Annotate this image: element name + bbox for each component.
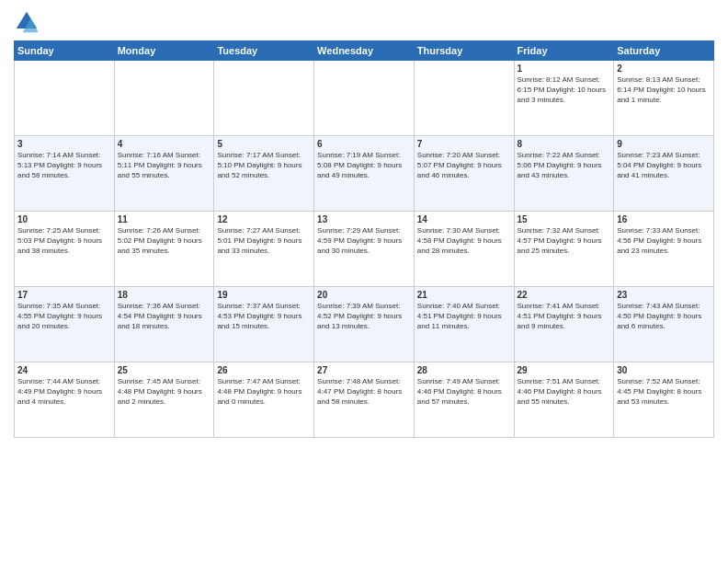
cell-info-22: Sunrise: 7:41 AM Sunset: 4:51 PM Dayligh… (518, 301, 611, 332)
cell-1-1: 4Sunrise: 7:16 AM Sunset: 5:11 PM Daylig… (114, 136, 214, 212)
cell-4-3: 27Sunrise: 7:48 AM Sunset: 4:47 PM Dayli… (314, 362, 415, 438)
weekday-wednesday: Wednesday (314, 41, 415, 61)
day-num-2: 2 (617, 63, 711, 74)
logo-icon (14, 9, 40, 35)
cell-2-1: 11Sunrise: 7:26 AM Sunset: 5:02 PM Dayli… (114, 212, 214, 287)
day-num-27: 27 (317, 365, 411, 375)
cell-info-9: Sunrise: 7:23 AM Sunset: 5:04 PM Dayligh… (617, 150, 711, 181)
day-num-21: 21 (417, 290, 511, 300)
cell-2-5: 15Sunrise: 7:32 AM Sunset: 4:57 PM Dayli… (514, 212, 614, 287)
weekday-friday: Friday (514, 41, 614, 61)
cell-info-14: Sunrise: 7:30 AM Sunset: 4:58 PM Dayligh… (417, 225, 511, 257)
cell-info-28: Sunrise: 7:49 AM Sunset: 4:46 PM Dayligh… (417, 376, 511, 408)
cell-0-6: 2Sunrise: 8:13 AM Sunset: 6:14 PM Daylig… (614, 61, 714, 136)
day-num-28: 28 (417, 365, 511, 375)
day-num-26: 26 (217, 365, 311, 375)
cell-0-5: 1Sunrise: 8:12 AM Sunset: 6:15 PM Daylig… (514, 61, 614, 136)
cell-1-6: 9Sunrise: 7:23 AM Sunset: 5:04 PM Daylig… (614, 136, 714, 212)
cell-1-2: 5Sunrise: 7:17 AM Sunset: 5:10 PM Daylig… (214, 136, 314, 212)
cell-info-19: Sunrise: 7:37 AM Sunset: 4:53 PM Dayligh… (217, 301, 311, 332)
cell-info-17: Sunrise: 7:35 AM Sunset: 4:55 PM Dayligh… (17, 301, 111, 332)
cell-3-6: 23Sunrise: 7:43 AM Sunset: 4:50 PM Dayli… (614, 287, 714, 362)
day-num-1: 1 (518, 63, 611, 74)
cell-2-3: 13Sunrise: 7:29 AM Sunset: 4:59 PM Dayli… (314, 212, 415, 287)
day-num-24: 24 (17, 365, 111, 375)
weekday-thursday: Thursday (414, 41, 514, 61)
day-num-18: 18 (118, 290, 211, 300)
cell-4-1: 25Sunrise: 7:45 AM Sunset: 4:48 PM Dayli… (114, 362, 214, 438)
day-num-17: 17 (17, 290, 111, 300)
cell-4-5: 29Sunrise: 7:51 AM Sunset: 4:46 PM Dayli… (514, 362, 614, 438)
cell-info-30: Sunrise: 7:52 AM Sunset: 4:45 PM Dayligh… (617, 376, 711, 408)
cell-4-0: 24Sunrise: 7:44 AM Sunset: 4:49 PM Dayli… (15, 362, 115, 438)
cell-2-4: 14Sunrise: 7:30 AM Sunset: 4:58 PM Dayli… (414, 212, 514, 287)
cell-1-0: 3Sunrise: 7:14 AM Sunset: 5:13 PM Daylig… (15, 136, 115, 212)
cell-info-25: Sunrise: 7:45 AM Sunset: 4:48 PM Dayligh… (118, 376, 211, 408)
day-num-20: 20 (317, 290, 411, 300)
cell-info-20: Sunrise: 7:39 AM Sunset: 4:52 PM Dayligh… (317, 301, 411, 332)
day-num-6: 6 (317, 139, 411, 149)
day-num-11: 11 (118, 214, 211, 224)
weekday-sunday: Sunday (15, 41, 115, 61)
day-num-30: 30 (617, 365, 711, 375)
week-row-2: 3Sunrise: 7:14 AM Sunset: 5:13 PM Daylig… (15, 136, 714, 212)
day-num-19: 19 (217, 290, 311, 300)
cell-info-6: Sunrise: 7:19 AM Sunset: 5:08 PM Dayligh… (317, 150, 411, 181)
cell-0-3 (314, 61, 415, 136)
header (14, 9, 714, 35)
cell-info-11: Sunrise: 7:26 AM Sunset: 5:02 PM Dayligh… (118, 225, 211, 257)
day-num-23: 23 (617, 290, 711, 300)
cell-4-6: 30Sunrise: 7:52 AM Sunset: 4:45 PM Dayli… (614, 362, 714, 438)
day-num-29: 29 (518, 365, 611, 375)
calendar: SundayMondayTuesdayWednesdayThursdayFrid… (14, 40, 714, 438)
day-num-7: 7 (417, 139, 511, 149)
day-num-4: 4 (118, 139, 211, 149)
cell-info-7: Sunrise: 7:20 AM Sunset: 5:07 PM Dayligh… (417, 150, 511, 181)
cell-info-13: Sunrise: 7:29 AM Sunset: 4:59 PM Dayligh… (317, 225, 411, 257)
cell-info-23: Sunrise: 7:43 AM Sunset: 4:50 PM Dayligh… (617, 301, 711, 332)
cell-info-15: Sunrise: 7:32 AM Sunset: 4:57 PM Dayligh… (518, 225, 611, 257)
weekday-saturday: Saturday (614, 41, 714, 61)
cell-info-2: Sunrise: 8:13 AM Sunset: 6:14 PM Dayligh… (617, 75, 711, 106)
cell-3-5: 22Sunrise: 7:41 AM Sunset: 4:51 PM Dayli… (514, 287, 614, 362)
week-row-1: 1Sunrise: 8:12 AM Sunset: 6:15 PM Daylig… (15, 61, 714, 136)
cell-info-1: Sunrise: 8:12 AM Sunset: 6:15 PM Dayligh… (518, 75, 611, 106)
cell-1-4: 7Sunrise: 7:20 AM Sunset: 5:07 PM Daylig… (414, 136, 514, 212)
cell-4-2: 26Sunrise: 7:47 AM Sunset: 4:48 PM Dayli… (214, 362, 314, 438)
day-num-9: 9 (617, 139, 711, 149)
cell-4-4: 28Sunrise: 7:49 AM Sunset: 4:46 PM Dayli… (414, 362, 514, 438)
day-num-22: 22 (518, 290, 611, 300)
logo (14, 9, 43, 35)
cell-3-2: 19Sunrise: 7:37 AM Sunset: 4:53 PM Dayli… (214, 287, 314, 362)
cell-info-24: Sunrise: 7:44 AM Sunset: 4:49 PM Dayligh… (17, 376, 111, 408)
cell-info-21: Sunrise: 7:40 AM Sunset: 4:51 PM Dayligh… (417, 301, 511, 332)
day-num-15: 15 (518, 214, 611, 224)
cell-2-6: 16Sunrise: 7:33 AM Sunset: 4:56 PM Dayli… (614, 212, 714, 287)
cell-1-3: 6Sunrise: 7:19 AM Sunset: 5:08 PM Daylig… (314, 136, 415, 212)
day-num-12: 12 (217, 214, 311, 224)
cell-info-5: Sunrise: 7:17 AM Sunset: 5:10 PM Dayligh… (217, 150, 311, 181)
day-num-16: 16 (617, 214, 711, 224)
cell-0-2 (214, 61, 314, 136)
cell-0-4 (414, 61, 514, 136)
weekday-header-row: SundayMondayTuesdayWednesdayThursdayFrid… (15, 41, 714, 61)
day-num-14: 14 (417, 214, 511, 224)
cell-2-2: 12Sunrise: 7:27 AM Sunset: 5:01 PM Dayli… (214, 212, 314, 287)
day-num-25: 25 (118, 365, 211, 375)
cell-info-26: Sunrise: 7:47 AM Sunset: 4:48 PM Dayligh… (217, 376, 311, 408)
weekday-tuesday: Tuesday (214, 41, 314, 61)
cell-3-0: 17Sunrise: 7:35 AM Sunset: 4:55 PM Dayli… (15, 287, 115, 362)
cell-info-4: Sunrise: 7:16 AM Sunset: 5:11 PM Dayligh… (118, 150, 211, 181)
page: SundayMondayTuesdayWednesdayThursdayFrid… (0, 0, 728, 563)
week-row-5: 24Sunrise: 7:44 AM Sunset: 4:49 PM Dayli… (15, 362, 714, 438)
cell-info-16: Sunrise: 7:33 AM Sunset: 4:56 PM Dayligh… (617, 225, 711, 257)
day-num-13: 13 (317, 214, 411, 224)
cell-1-5: 8Sunrise: 7:22 AM Sunset: 5:06 PM Daylig… (514, 136, 614, 212)
cell-3-1: 18Sunrise: 7:36 AM Sunset: 4:54 PM Dayli… (114, 287, 214, 362)
week-row-3: 10Sunrise: 7:25 AM Sunset: 5:03 PM Dayli… (15, 212, 714, 287)
cell-info-8: Sunrise: 7:22 AM Sunset: 5:06 PM Dayligh… (518, 150, 611, 181)
day-num-3: 3 (17, 139, 111, 149)
day-num-5: 5 (217, 139, 311, 149)
cell-info-27: Sunrise: 7:48 AM Sunset: 4:47 PM Dayligh… (317, 376, 411, 408)
cell-2-0: 10Sunrise: 7:25 AM Sunset: 5:03 PM Dayli… (15, 212, 115, 287)
